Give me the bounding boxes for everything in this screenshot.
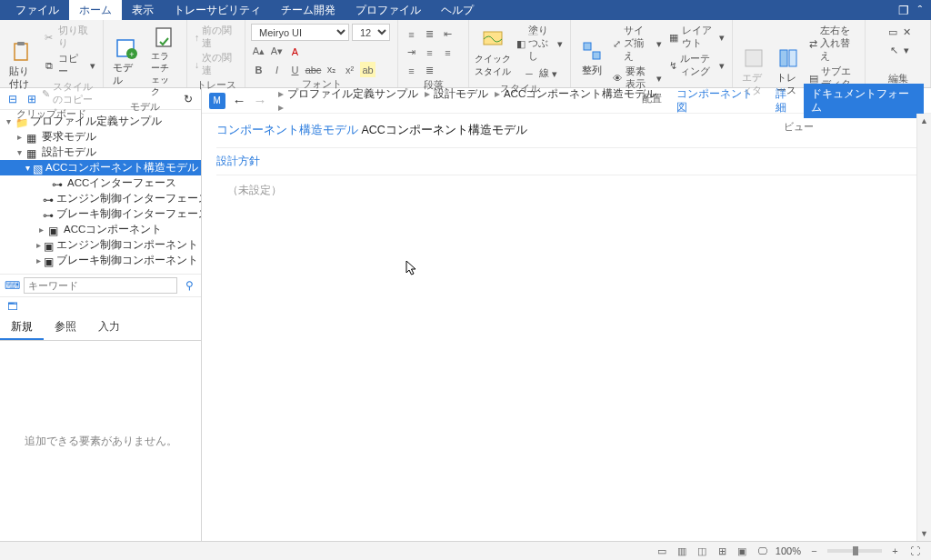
tab-detail[interactable]: 詳細 — [768, 84, 804, 118]
window-restore-icon[interactable]: ❐ — [898, 4, 909, 17]
font-size-select[interactable]: 12 — [352, 24, 390, 41]
outdent-button[interactable]: ⇤ — [440, 26, 455, 42]
status-view3-icon[interactable]: ◫ — [696, 545, 709, 558]
sub-tab-ref[interactable]: 参照 — [44, 315, 87, 340]
strike-button[interactable]: abc — [305, 62, 321, 77]
quick-style-button[interactable]: クイック スタイル — [475, 24, 511, 82]
svg-rect-8 — [593, 52, 600, 59]
tree-node[interactable]: ⊶エンジン制御インターフェース — [0, 191, 201, 206]
layout-button[interactable]: ▦レイアウト ▾ — [667, 24, 726, 51]
align-button[interactable]: 整列 — [576, 24, 607, 92]
style-copy-button[interactable]: ✎スタイルのコピー — [40, 80, 97, 107]
svg-rect-10 — [780, 50, 787, 66]
bullets-button[interactable]: ≡ — [404, 26, 419, 42]
menu-team[interactable]: チーム開発 — [271, 0, 345, 21]
window-collapse-icon[interactable]: ˆ — [918, 4, 922, 17]
font-color-button[interactable]: A — [287, 44, 303, 59]
close-icon[interactable]: ✕ — [903, 26, 911, 37]
status-view2-icon[interactable]: ▥ — [676, 545, 689, 558]
nav-forward-button[interactable]: → — [254, 93, 267, 108]
italic-button[interactable]: I — [269, 62, 285, 77]
highlight-button[interactable]: ab — [360, 62, 375, 77]
status-view5-icon[interactable]: ▣ — [736, 545, 749, 558]
menu-profile[interactable]: プロファイル — [345, 0, 431, 21]
align-left-button[interactable]: ≡ — [422, 45, 437, 60]
tree-node[interactable]: ⊶ブレーキ制御インターフェース — [0, 206, 201, 222]
tree-node[interactable]: ▾▦設計モデル — [0, 145, 201, 160]
paste-button[interactable]: 貼り付け — [5, 24, 36, 107]
sub-tab-input[interactable]: 入力 — [87, 315, 131, 340]
font-shrink-button[interactable]: A▾ — [269, 44, 285, 59]
underline-button[interactable]: U — [287, 62, 303, 77]
prev-relation-button[interactable]: ↑ 前の関連 — [193, 24, 239, 51]
zoom-in-button[interactable]: + — [888, 545, 902, 558]
paste-label: 貼り付け — [9, 65, 33, 91]
numbering-button[interactable]: ≣ — [422, 26, 437, 42]
menu-view[interactable]: 表示 — [122, 0, 164, 21]
menu-help[interactable]: ヘルプ — [431, 0, 484, 21]
font-family-select[interactable]: Meiryo UI — [251, 24, 349, 41]
tree-refresh-icon[interactable]: ↻ — [181, 92, 195, 106]
tree-node[interactable]: ▸▣ACCコンポーネント — [0, 222, 201, 237]
tree-node[interactable]: ⊶ACCインターフェース — [0, 175, 201, 191]
indent-button[interactable]: ⇥ — [404, 45, 419, 60]
tree-node-selected[interactable]: ▾▧ACCコンポーネント構造モデル — [0, 160, 201, 175]
select-button[interactable]: ▭✕ — [884, 24, 913, 40]
interface-icon: ⊶ — [43, 194, 54, 205]
zoom-slider[interactable] — [827, 549, 882, 553]
scroll-up-icon[interactable]: ▲ — [917, 114, 932, 128]
align-right-button[interactable]: ≡ — [404, 63, 419, 78]
align-center-button[interactable]: ≡ — [440, 45, 455, 60]
tree-node[interactable]: ▸▣ブレーキ制御コンポーネント — [0, 253, 201, 268]
filter-icon[interactable]: ⚲ — [182, 278, 196, 293]
line-button[interactable]: ─線 ▾ — [515, 65, 565, 82]
tab-document-form[interactable]: ドキュメントフォーム — [804, 84, 924, 118]
cut-button[interactable]: ✂切り取り — [40, 24, 97, 51]
model-tree[interactable]: ▾📁プロファイル定義サンプル ▸▦要求モデル ▾▦設計モデル ▾▧ACCコンポー… — [0, 110, 201, 274]
swap-button[interactable]: ⇄左右を入れ替え — [807, 24, 859, 64]
document-title: コンポーネント構造モデル ACCコンポーネント構造モデル — [216, 123, 916, 144]
tab-component-diagram[interactable]: コンポーネント図 — [669, 84, 768, 118]
model-button[interactable]: + モデル — [109, 24, 144, 100]
breadcrumb[interactable]: ▸プロファイル定義サンプル ▸設計モデル ▸ACCコンポーネント構造モデル ▸ — [275, 87, 662, 114]
vertical-scrollbar[interactable]: ▲ ▼ — [916, 114, 931, 541]
copy-button[interactable]: ⧉コピー ▾ — [40, 52, 97, 79]
bold-button[interactable]: B — [251, 62, 266, 77]
svg-rect-9 — [746, 50, 762, 66]
finder-icon[interactable]: 🗔 — [5, 299, 20, 314]
sub-tab-new[interactable]: 新規 — [0, 315, 44, 340]
menu-home[interactable]: ホーム — [69, 0, 122, 21]
svg-rect-6 — [484, 32, 502, 45]
scroll-down-icon[interactable]: ▼ — [917, 526, 932, 541]
document-form-area: コンポーネント構造モデル ACCコンポーネント構造モデル 設計方針 （未設定） — [202, 114, 931, 207]
svg-rect-7 — [584, 43, 591, 50]
edit-pointer-button[interactable]: ↖ ▾ — [885, 42, 911, 58]
justify-button[interactable]: ≣ — [422, 63, 437, 78]
interface-icon: ⊶ — [43, 209, 54, 220]
zoom-out-button[interactable]: − — [807, 545, 821, 558]
subscript-button[interactable]: x₂ — [324, 62, 339, 77]
status-screen-icon[interactable]: 🖵 — [756, 545, 769, 558]
fill-button[interactable]: ◧塗りつぶし ▾ — [515, 24, 565, 64]
menu-traceability[interactable]: トレーサビリティ — [164, 0, 271, 21]
errorcheck-button[interactable]: エラーチェック — [147, 24, 182, 100]
quick-style-icon — [481, 27, 505, 51]
search-input[interactable] — [24, 277, 177, 294]
resize-button[interactable]: ⤢サイズ揃え ▾ — [611, 24, 664, 64]
routing-button[interactable]: ↯ルーティング ▾ — [667, 52, 726, 79]
fit-button[interactable]: ⛶ — [908, 545, 922, 558]
status-view4-icon[interactable]: ⊞ — [716, 545, 729, 558]
menu-file[interactable]: ファイル — [5, 0, 69, 21]
status-view1-icon[interactable]: ▭ — [656, 545, 669, 558]
font-grow-button[interactable]: A▴ — [251, 44, 266, 59]
next-relation-button[interactable]: ↓ 次の関連 — [193, 51, 239, 78]
nav-back-button[interactable]: ← — [233, 93, 246, 108]
pointer-icon: ↖ — [886, 43, 901, 57]
trace-icon — [776, 46, 800, 70]
tree-node[interactable]: ▸▦要求モデル — [0, 129, 201, 145]
superscript-button[interactable]: x² — [342, 62, 357, 77]
routing-icon: ↯ — [669, 58, 678, 73]
tree-node[interactable]: ▸▣エンジン制御コンポーネント — [0, 237, 201, 253]
interface-icon: ⊶ — [52, 178, 65, 189]
section-heading: 設計方針 — [216, 147, 916, 175]
